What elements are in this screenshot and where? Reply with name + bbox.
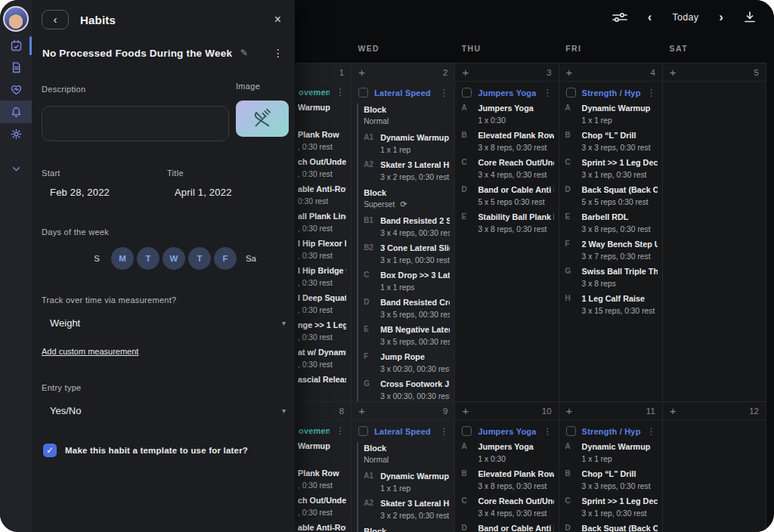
sidebar-item-more[interactable]	[0, 158, 32, 180]
workout-title[interactable]: ovement Q...	[299, 426, 330, 435]
workout-menu-icon[interactable]: ⋮	[647, 427, 656, 436]
habit-menu-icon[interactable]: ⋮	[273, 47, 283, 59]
exercise-row[interactable]: l Hip Bridge w/ ..., 0:30 rest	[298, 265, 346, 289]
exercise-row[interactable]: CSprint >> 1 Leg Declarations3 x 1 rep, …	[565, 157, 658, 181]
exercise-row[interactable]: AJumpers Yoga1 x 0:30	[461, 103, 553, 126]
day-toggle-s[interactable]: S	[85, 247, 108, 270]
add-workout-button[interactable]: +	[566, 66, 573, 79]
day-toggle-f[interactable]: F	[214, 247, 237, 270]
workout-checkbox[interactable]	[566, 426, 576, 436]
exercise-row[interactable]: GCross Footwork Jump Rope3 x 00:30, 00:3…	[364, 379, 450, 401]
edit-pencil-icon[interactable]: ✎	[240, 48, 248, 58]
exercise-row[interactable]: ADynamic Warmup1 x 1 rep	[565, 103, 658, 126]
download-icon[interactable]	[744, 11, 756, 23]
exercise-row[interactable]: DBand or Cable Anti Rotati...	[461, 523, 553, 532]
exercise-row[interactable]: ADynamic Warmup1 x 1 rep	[565, 441, 658, 465]
prev-week-button[interactable]: ‹	[648, 10, 652, 25]
today-button[interactable]: Today	[672, 12, 698, 23]
add-workout-button[interactable]: +	[358, 404, 365, 417]
workout-title[interactable]: Lateral Speed / Plyo	[374, 427, 433, 436]
workout-title[interactable]: ovement Q...	[299, 88, 330, 97]
exercise-row[interactable]: able Anti-Rotati...	[298, 522, 346, 532]
back-button[interactable]: ‹	[42, 10, 69, 29]
workout-menu-icon[interactable]: ⋮	[336, 426, 345, 435]
add-custom-measurement-link[interactable]: Add custom measurement	[42, 347, 138, 356]
exercise-row[interactable]: Plank Row, 0:30 rest	[298, 129, 346, 153]
exercise-row[interactable]: DBand or Cable Anti Rotati...5 x 5 reps …	[461, 184, 553, 208]
sidebar-item-calendar[interactable]	[0, 35, 32, 57]
workout-menu-icon[interactable]: ⋮	[543, 88, 553, 97]
exercise-row[interactable]: CBox Drop >> 3 Lateral H...1 x 1 reps	[364, 270, 450, 293]
workout-title[interactable]: Strength / Hypertro...	[582, 427, 641, 436]
workout-menu-icon[interactable]: ⋮	[439, 88, 448, 97]
exercise-row[interactable]: EStability Ball Plank Linear ...3 x 8 re…	[461, 212, 553, 235]
workout-menu-icon[interactable]: ⋮	[647, 88, 656, 97]
exercise-row[interactable]: DBand Resisted Crossover...3 x 5 reps, 0…	[364, 297, 450, 320]
exercise-row[interactable]: ascial Release C...	[298, 374, 346, 397]
sidebar-item-documents[interactable]	[0, 57, 32, 79]
exercise-row[interactable]: Warmup	[298, 441, 346, 464]
sidebar-item-health[interactable]	[0, 79, 32, 101]
exercise-row[interactable]: CCore Reach Out/Under3 x 4 reps, 0:30 re…	[461, 157, 553, 181]
add-workout-button[interactable]: +	[462, 404, 469, 417]
template-checkbox[interactable]: ✓	[43, 444, 57, 457]
exercise-row[interactable]: A2Skater 3 Lateral Hops >> ...3 x 2 reps…	[364, 498, 450, 521]
workout-menu-icon[interactable]: ⋮	[543, 427, 553, 436]
exercise-row[interactable]: DBack Squat (Back Off Set)	[565, 523, 658, 532]
exercise-row[interactable]: able Anti-Rotati...0:30 rest	[298, 184, 346, 207]
exercise-row[interactable]: ch Out/Under, 0:30 rest	[298, 156, 346, 180]
workout-checkbox[interactable]	[462, 88, 472, 97]
day-toggle-t[interactable]: T	[137, 247, 159, 270]
description-input[interactable]	[42, 106, 229, 141]
filter-sliders-icon[interactable]	[612, 12, 627, 23]
workout-title[interactable]: Lateral Speed / Plyo	[374, 88, 433, 97]
day-toggle-t[interactable]: T	[188, 247, 211, 270]
day-toggle-m[interactable]: M	[111, 247, 134, 270]
exercise-row[interactable]: B1Band Resisted 2 Step Late...3 x 4 reps…	[364, 215, 450, 239]
template-checkbox-row[interactable]: ✓ Make this habit a template to use for …	[43, 444, 295, 457]
workout-checkbox[interactable]	[462, 426, 472, 436]
exercise-row[interactable]: FJump Rope3 x 00:30, 00:30 rest	[364, 351, 450, 375]
close-icon[interactable]: ×	[274, 13, 281, 26]
exercise-row[interactable]: CCore Reach Out/Under3 x 4 reps, 0:30 re…	[461, 496, 553, 519]
day-toggle-w[interactable]: W	[163, 247, 185, 270]
exercise-row[interactable]: nge >> 1 Leg St..., 0:30 rest	[298, 320, 346, 343]
workout-title[interactable]: Jumpers Yoga / Core	[478, 88, 537, 97]
next-week-button[interactable]: ›	[719, 10, 723, 25]
workout-title[interactable]: Strength / Hypertro...	[582, 88, 641, 97]
exercise-row[interactable]: Plank Row, 0:30 rest	[298, 468, 346, 491]
exercise-row[interactable]: GSwiss Ball Triple Threat3 x 8 reps	[565, 266, 658, 289]
exercise-row[interactable]: BChop “L” Drill3 x 3 reps, 0:30 rest	[565, 469, 658, 492]
exercise-row[interactable]: EBarbell RDL3 x 8 reps, 0:30 rest	[565, 212, 658, 235]
add-workout-button[interactable]: +	[462, 66, 469, 79]
start-date-value[interactable]: Feb 28, 2022	[50, 187, 110, 198]
habit-image[interactable]	[236, 101, 289, 137]
add-workout-button[interactable]: +	[358, 66, 365, 79]
workout-checkbox[interactable]	[358, 88, 368, 97]
add-workout-button[interactable]: +	[670, 66, 676, 79]
exercise-row[interactable]: BElevated Plank Row3 x 8 reps, 0:30 rest	[461, 130, 553, 153]
exercise-row[interactable]: H1 Leg Calf Raise3 x 15 reps, 0:30 rest	[565, 293, 658, 317]
exercise-row[interactable]: l Hip Flexor Rais..., 0:30 rest	[298, 238, 346, 261]
exercise-row[interactable]: all Plank Linear ..., 0:30 rest	[298, 211, 346, 234]
workout-checkbox[interactable]	[358, 426, 368, 436]
add-workout-button[interactable]: +	[670, 404, 676, 417]
exercise-row[interactable]: at w/ Dynamic P..., 0:30 rest	[298, 347, 346, 370]
exercise-row[interactable]: A1Dynamic Warmup1 x 1 rep	[364, 132, 450, 156]
sidebar-item-settings[interactable]	[0, 123, 32, 145]
end-date-value[interactable]: April 1, 2022	[175, 187, 232, 198]
exercise-row[interactable]: AJumpers Yoga1 x 0:30	[461, 441, 553, 465]
entry-type-dropdown[interactable]: Yes/No ▾	[50, 405, 286, 416]
exercise-row[interactable]: BChop “L” Drill3 x 3 reps, 0:30 rest	[565, 130, 658, 153]
exercise-row[interactable]: BElevated Plank Row3 x 8 reps, 0:30 rest	[461, 469, 553, 492]
exercise-row[interactable]: CSprint >> 1 Leg Declarations3 x 1 rep, …	[565, 496, 658, 519]
exercise-row[interactable]: EMB Negative Lateral Hop...3 x 5 reps, 0…	[364, 324, 450, 348]
exercise-row[interactable]: B23 Cone Lateral Slide3 x 1 rep, 00:30 r…	[364, 243, 450, 266]
exercise-row[interactable]: DBack Squat (Back Off Set)5 x 5 reps 0:3…	[565, 184, 658, 208]
workout-menu-icon[interactable]: ⋮	[439, 427, 448, 436]
avatar[interactable]	[3, 6, 29, 32]
exercise-row[interactable]: A1Dynamic Warmup1 x 1 rep	[364, 471, 450, 494]
day-toggle-sa[interactable]: Sa	[240, 247, 262, 270]
sidebar-item-reminders[interactable]	[0, 101, 32, 123]
exercise-row[interactable]: l Deep Squat Mo..., 0:30 rest	[298, 292, 346, 316]
